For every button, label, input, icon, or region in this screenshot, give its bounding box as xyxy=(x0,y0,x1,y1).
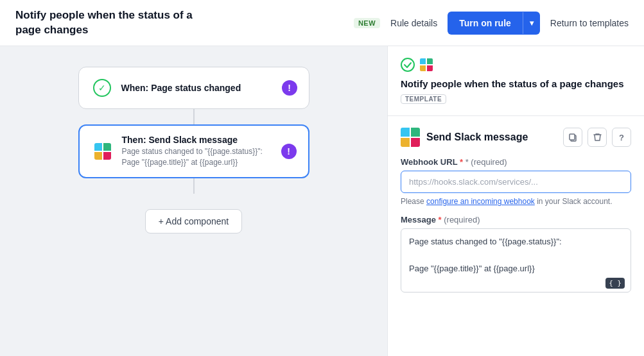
action-title: Then: Send Slack message xyxy=(122,135,274,145)
turn-on-rule-button[interactable]: Turn on rule ▾ xyxy=(448,12,540,35)
trigger-alert-icon: ! xyxy=(282,80,297,96)
delete-button[interactable] xyxy=(587,128,607,147)
connector-line-1 xyxy=(193,109,195,124)
action-text: Then: Send Slack message Page status cha… xyxy=(122,135,274,168)
action-alert-icon: ! xyxy=(281,144,297,159)
message-label: Message * (required) xyxy=(401,215,631,225)
action-node[interactable]: Then: Send Slack message Page status cha… xyxy=(78,124,309,178)
action-subtitle: Page status changed to "{{page.status}}"… xyxy=(122,146,274,168)
action-panel-title: Send Slack message xyxy=(426,131,557,143)
add-component-button[interactable]: + Add component xyxy=(145,209,242,233)
svg-rect-2 xyxy=(570,134,575,140)
main-content: ✓ When: Page status changed ! Then: Send… xyxy=(0,46,644,356)
rule-details-link[interactable]: Rule details xyxy=(390,18,437,28)
copy-button[interactable] xyxy=(563,128,582,147)
trash-icon xyxy=(593,133,602,142)
page-title: Notify people when the status of a page … xyxy=(15,8,208,37)
trigger-title: When: Page status changed xyxy=(121,83,274,93)
message-textarea[interactable]: Page status changed to "{{page.status}}"… xyxy=(401,228,631,292)
template-badge: TEMPLATE xyxy=(401,94,446,104)
top-actions: NEW Rule details Turn on rule ▾ Return t… xyxy=(354,12,629,35)
template-title: Notify people when the status of a page … xyxy=(401,78,631,104)
turn-on-rule-label: Turn on rule xyxy=(448,12,523,35)
svg-point-0 xyxy=(401,58,414,71)
webhook-url-input[interactable] xyxy=(401,171,631,193)
trigger-icon: ✓ xyxy=(91,76,114,99)
configure-webhook-link[interactable]: configure an incoming webhook xyxy=(426,197,535,206)
green-check-template-icon xyxy=(401,58,415,72)
action-panel: Send Slack message ? xyxy=(388,116,644,307)
action-icon-buttons: ? xyxy=(563,128,631,147)
slack-action-icon xyxy=(91,140,114,163)
help-button[interactable]: ? xyxy=(612,128,631,147)
template-braces-icon[interactable]: { } xyxy=(605,278,625,289)
template-header: Notify people when the status of a page … xyxy=(388,46,644,116)
flow-diagram: ✓ When: Page status changed ! Then: Send… xyxy=(0,46,387,356)
webhook-url-label: Webhook URL * * (required) xyxy=(401,157,631,167)
template-slack-icon xyxy=(420,58,433,71)
action-panel-slack-icon xyxy=(401,128,420,147)
message-field-wrapper: Page status changed to "{{page.status}}"… xyxy=(401,228,631,295)
chevron-down-icon[interactable]: ▾ xyxy=(523,12,540,34)
template-icons xyxy=(401,58,631,72)
trigger-text: When: Page status changed xyxy=(121,83,274,93)
webhook-helper-text: Please configure an incoming webhook in … xyxy=(401,197,631,206)
top-bar: Notify people when the status of a page … xyxy=(0,0,644,46)
trigger-node[interactable]: ✓ When: Page status changed ! xyxy=(78,67,309,109)
right-panel: Notify people when the status of a page … xyxy=(387,46,644,356)
action-detail-header: Send Slack message ? xyxy=(401,128,631,147)
help-icon: ? xyxy=(619,133,624,142)
check-circle-icon: ✓ xyxy=(93,79,111,97)
badge-new: NEW xyxy=(354,18,380,28)
copy-icon xyxy=(568,133,577,142)
connector-line-2 xyxy=(193,178,195,194)
return-to-templates-link[interactable]: Return to templates xyxy=(550,18,629,28)
